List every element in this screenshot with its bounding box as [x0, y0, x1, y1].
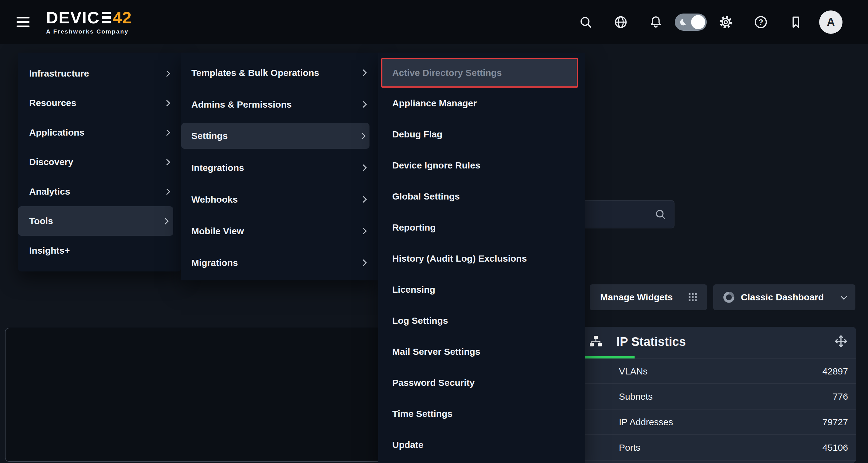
- chevron-right-icon: [360, 196, 367, 203]
- menu-item-label: Settings: [191, 131, 227, 141]
- help-button[interactable]: ?: [743, 15, 778, 29]
- move-handle[interactable]: [835, 335, 847, 349]
- topbar-actions: ? A: [568, 10, 848, 34]
- chevron-right-icon: [164, 129, 170, 136]
- menu-item-label: Admins & Permissions: [191, 99, 292, 110]
- menu-item-history-audit-log-exclusions[interactable]: History (Audit Log) Exclusions: [378, 243, 585, 274]
- moon-icon: [678, 18, 687, 27]
- globe-button[interactable]: [603, 15, 638, 29]
- menu-item-label: Mail Server Settings: [392, 346, 480, 357]
- manage-widgets-button[interactable]: Manage Widgets: [590, 284, 707, 310]
- avatar-initial: A: [819, 10, 842, 34]
- green-accent-bar: [581, 356, 634, 358]
- chevron-right-icon: [360, 259, 367, 266]
- logo-tagline: A Freshworks Company: [46, 28, 132, 35]
- ip-stat-row: Subnets 776: [581, 384, 856, 409]
- menu-item-settings[interactable]: Settings: [181, 123, 370, 149]
- chevron-right-icon: [360, 101, 367, 108]
- chevron-right-icon: [164, 99, 170, 106]
- menu-item-label: Integrations: [191, 163, 244, 173]
- menu-item-label: Migrations: [191, 258, 238, 268]
- chevron-right-icon: [360, 69, 367, 76]
- menu-item-label: Active Directory Settings: [392, 68, 502, 78]
- menu-item-label: Discovery: [29, 157, 73, 167]
- logo-42: 42: [113, 9, 132, 26]
- menu-item-appliance-manager[interactable]: Appliance Manager: [378, 88, 585, 119]
- menu-item-log-settings[interactable]: Log Settings: [378, 305, 585, 336]
- network-hierarchy-icon: [589, 335, 602, 348]
- ip-statistics-table: VLANs 42897 Subnets 776 IP Addresses 797…: [581, 358, 856, 461]
- menu-item-password-security[interactable]: Password Security: [378, 367, 585, 398]
- ip-stat-label: Ports: [619, 442, 641, 453]
- theme-toggle[interactable]: [673, 13, 708, 31]
- menu-item-label: Appliance Manager: [392, 98, 477, 109]
- menu-item-templates-bulk-operations[interactable]: Templates & Bulk Operations: [181, 57, 378, 89]
- ip-stat-value: 45106: [823, 442, 848, 453]
- menu-item-label: Update: [392, 440, 424, 450]
- menu-item-label: Time Settings: [392, 409, 453, 419]
- menu-item-reporting[interactable]: Reporting: [378, 212, 585, 243]
- menu-item-label: Tools: [29, 216, 53, 226]
- dark-mode-toggle-pill: [675, 13, 707, 31]
- menu-item-webhooks[interactable]: Webhooks: [181, 183, 378, 215]
- menu-item-mail-server-settings[interactable]: Mail Server Settings: [378, 336, 585, 367]
- search-button[interactable]: [568, 15, 603, 29]
- menu-level-1: Infrastructure Resources Applications Di…: [18, 53, 181, 271]
- menu-item-migrations[interactable]: Migrations: [181, 247, 378, 279]
- menu-item-label: Templates & Bulk Operations: [191, 68, 319, 78]
- svg-text:?: ?: [758, 18, 763, 26]
- menu-item-label: Licensing: [392, 284, 435, 295]
- ip-statistics-header: IP Statistics: [581, 327, 856, 356]
- menu-item-time-settings[interactable]: Time Settings: [378, 398, 585, 429]
- menu-item-mobile-view[interactable]: Mobile View: [181, 215, 378, 247]
- menu-item-admins-permissions[interactable]: Admins & Permissions: [181, 89, 378, 120]
- chevron-right-icon: [359, 133, 366, 139]
- menu-item-label: Mobile View: [191, 226, 244, 236]
- menu-item-debug-flag[interactable]: Debug Flag: [378, 119, 585, 150]
- bookmark-button[interactable]: [778, 15, 813, 29]
- chevron-right-icon: [162, 218, 168, 224]
- globe-icon: [614, 15, 628, 29]
- chevron-right-icon: [360, 165, 367, 171]
- chevron-right-icon: [360, 228, 367, 234]
- menu-item-integrations[interactable]: Integrations: [181, 152, 378, 183]
- menu-item-resources[interactable]: Resources: [18, 88, 181, 118]
- menu-item-active-directory-settings[interactable]: Active Directory Settings: [381, 58, 578, 88]
- menu-item-tools[interactable]: Tools: [18, 206, 173, 236]
- topbar: DEVIC 42 A Freshworks Company: [0, 0, 868, 44]
- hamburger-icon: [17, 17, 30, 19]
- avatar[interactable]: A: [813, 10, 848, 34]
- menu-item-device-ignore-rules[interactable]: Device Ignore Rules: [378, 150, 585, 181]
- menu-item-update[interactable]: Update: [378, 429, 585, 460]
- menu-item-label: Resources: [29, 98, 76, 108]
- ip-stat-label: Subnets: [619, 392, 653, 402]
- ip-stat-row: IP Addresses 79727: [581, 409, 856, 435]
- menu-item-analytics[interactable]: Analytics: [18, 177, 181, 206]
- menu-item-label: Password Security: [392, 378, 474, 388]
- help-icon: ?: [754, 15, 768, 29]
- device42-logo[interactable]: DEVIC 42 A Freshworks Company: [46, 9, 132, 35]
- classic-dashboard-button[interactable]: Classic Dashboard: [713, 284, 856, 310]
- menu-item-label: Log Settings: [392, 315, 448, 326]
- menu-item-applications[interactable]: Applications: [18, 118, 181, 147]
- search-icon: [579, 15, 593, 29]
- menu-item-infrastructure[interactable]: Infrastructure: [18, 59, 181, 88]
- chevron-right-icon: [164, 70, 170, 77]
- classic-dashboard-label: Classic Dashboard: [741, 292, 824, 302]
- menu-level-2: Templates & Bulk Operations Admins & Per…: [181, 53, 378, 280]
- ip-statistics-widget: IP Statistics VLANs 42897 Subnets 776 IP…: [581, 327, 856, 463]
- bell-icon: [649, 15, 663, 29]
- menu-item-insights[interactable]: Insights+: [18, 236, 181, 265]
- search-icon: [654, 208, 666, 221]
- notifications-button[interactable]: [638, 15, 673, 29]
- menu-item-global-settings[interactable]: Global Settings: [378, 181, 585, 212]
- settings-button[interactable]: [708, 15, 743, 29]
- ip-stat-value: 79727: [823, 417, 848, 427]
- menu-item-licensing[interactable]: Licensing: [378, 274, 585, 305]
- menu-item-label: Device Ignore Rules: [392, 160, 480, 171]
- menu-item-label: Global Settings: [392, 191, 460, 202]
- menu-item-discovery[interactable]: Discovery: [18, 147, 181, 177]
- menu-level-3: Active Directory Settings Appliance Mana…: [378, 53, 585, 463]
- hamburger-menu-button[interactable]: [17, 13, 35, 31]
- menu-item-label: Webhooks: [191, 194, 238, 205]
